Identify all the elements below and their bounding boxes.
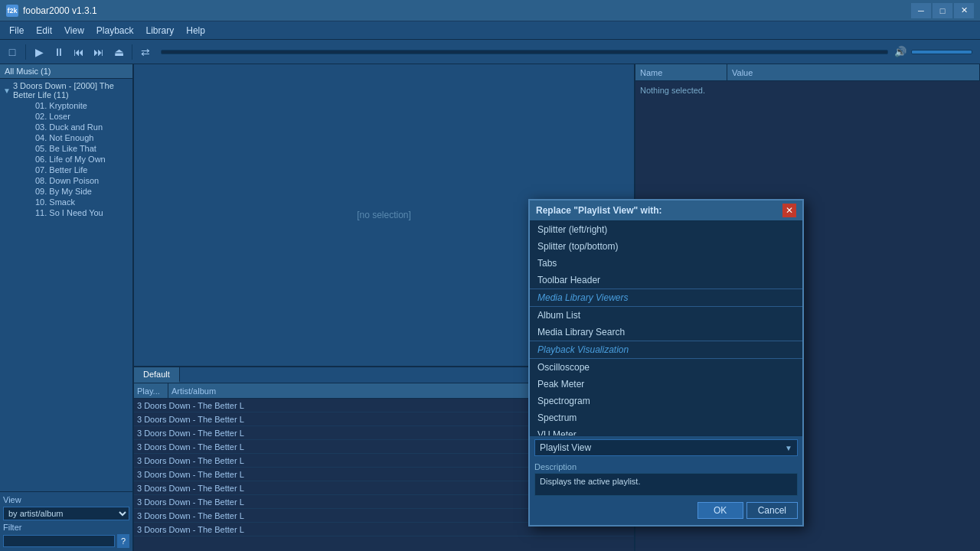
menu-file[interactable]: File — [3, 24, 30, 37]
toolbar-shuffle[interactable]: ⇄ — [136, 43, 155, 61]
volume-bar[interactable] — [911, 50, 972, 54]
playlist-tab-default[interactable]: Default — [134, 367, 180, 383]
dialog-body: Splitter (left/right) Splitter (top/bott… — [530, 221, 802, 525]
dialog-buttons: OK Cancel — [530, 502, 802, 525]
maximize-button[interactable]: □ — [933, 3, 952, 18]
toolbar-pause[interactable]: ⏸ — [50, 43, 68, 61]
list-item-toolbar-header[interactable]: Toolbar Header — [530, 272, 802, 289]
view-select[interactable]: by artist/album by album by genre by yea… — [3, 507, 129, 520]
nothing-selected-text: Nothing selected. — [640, 86, 705, 95]
selected-item-display[interactable]: Playlist View ▼ — [534, 439, 798, 456]
toolbar-sep-1 — [25, 44, 26, 60]
menu-help[interactable]: Help — [180, 24, 211, 37]
toolbar: □ ▶ ⏸ ⏮ ⏭ ⏏ ⇄ 🔊 — [0, 40, 980, 64]
cancel-button[interactable]: Cancel — [746, 502, 798, 519]
filter-row: ? — [3, 534, 129, 548]
list-item-vu-meter[interactable]: VU Meter — [530, 426, 802, 435]
toolbar-stop[interactable]: ⏏ — [109, 43, 128, 61]
app-icon: f2k — [6, 5, 18, 17]
dialog-title-bar: Replace "Playlist View" with: ✕ — [530, 201, 802, 221]
properties-header: Name Value — [635, 64, 980, 81]
track-05[interactable]: 05. Be Like That — [14, 143, 131, 154]
toolbar-play[interactable]: ▶ — [30, 43, 48, 61]
col-play: Play... — [134, 383, 168, 398]
filter-help-button[interactable]: ? — [117, 534, 129, 548]
library-bottom: View by artist/album by album by genre b… — [0, 491, 132, 551]
album-label: 3 Doors Down - [2000] The Better Life (1… — [13, 81, 129, 99]
main-layout: All Music (1) ▼ 3 Doors Down - [2000] Th… — [0, 64, 980, 551]
col-value: Value — [727, 64, 980, 80]
list-item-album-list[interactable]: Album List — [530, 307, 802, 324]
track-07[interactable]: 07. Better Life — [14, 165, 131, 175]
track-03[interactable]: 03. Duck and Run — [14, 122, 131, 132]
list-item-tabs[interactable]: Tabs — [530, 255, 802, 272]
track-10[interactable]: 10. Smack — [14, 197, 131, 207]
minimize-button[interactable]: ─ — [911, 3, 931, 18]
track-08[interactable]: 08. Down Poison — [14, 175, 131, 186]
track-group: 01. Kryptonite 02. Loser 03. Duck and Ru… — [2, 100, 131, 218]
menu-playback[interactable]: Playback — [90, 24, 140, 37]
menu-library[interactable]: Library — [140, 24, 181, 37]
track-11[interactable]: 11. So I Need You — [14, 207, 131, 218]
toolbar-open[interactable]: □ — [3, 43, 21, 61]
list-item-oscilloscope[interactable]: Oscilloscope — [530, 359, 802, 376]
dialog-title: Replace "Playlist View" with: — [536, 205, 662, 216]
track-01[interactable]: 01. Kryptonite — [14, 100, 131, 111]
list-item-media-library-search[interactable]: Media Library Search — [530, 324, 802, 341]
selected-item-text: Playlist View — [540, 442, 591, 453]
close-button[interactable]: ✕ — [954, 3, 974, 18]
toolbar-next[interactable]: ⏭ — [90, 43, 108, 61]
filter-input[interactable] — [3, 535, 115, 547]
description-label: Description — [534, 462, 798, 471]
track-09[interactable]: 09. By My Side — [14, 186, 131, 197]
toolbar-sep-2 — [132, 44, 132, 60]
album-expand-icon: ▼ — [3, 86, 11, 95]
track-04[interactable]: 04. Not Enough — [14, 132, 131, 143]
speaker-icon: 🔊 — [894, 46, 906, 57]
ok-button[interactable]: OK — [697, 502, 743, 519]
list-item-splitter-lr[interactable]: Splitter (left/right) — [530, 221, 802, 238]
dialog-close-button[interactable]: ✕ — [782, 204, 796, 217]
library-tree[interactable]: ▼ 3 Doors Down - [2000] The Better Life … — [0, 79, 132, 491]
app-title: foobar2000 v1.3.1 — [23, 5, 911, 16]
album-tree-item[interactable]: ▼ 3 Doors Down - [2000] The Better Life … — [2, 80, 131, 100]
library-header: All Music (1) — [0, 64, 132, 79]
replace-dialog: Replace "Playlist View" with: ✕ Splitter… — [528, 199, 804, 527]
dialog-description-area: Description Displays the active playlist… — [530, 459, 802, 502]
dropdown-arrow-icon: ▼ — [785, 444, 792, 452]
view-label: View — [3, 495, 129, 504]
progress-bar[interactable] — [161, 50, 888, 54]
title-bar: f2k foobar2000 v1.3.1 ─ □ ✕ — [0, 0, 980, 21]
menu-bar: File Edit View Playback Library Help — [0, 21, 980, 40]
section-playback-viz: Playback Visualization — [530, 341, 802, 359]
list-item-splitter-tb[interactable]: Splitter (top/bottom) — [530, 238, 802, 255]
filter-label: Filter — [3, 523, 129, 532]
menu-edit[interactable]: Edit — [30, 24, 58, 37]
description-text: Displays the active playlist. — [534, 473, 798, 496]
library-panel: All Music (1) ▼ 3 Doors Down - [2000] Th… — [0, 64, 134, 551]
col-name: Name — [635, 64, 727, 80]
section-media-library: Media Library Viewers — [530, 289, 802, 307]
list-item-spectrogram[interactable]: Spectrogram — [530, 393, 802, 409]
track-02[interactable]: 02. Loser — [14, 111, 131, 122]
list-item-peak-meter[interactable]: Peak Meter — [530, 376, 802, 393]
dialog-list[interactable]: Splitter (left/right) Splitter (top/bott… — [530, 221, 802, 435]
window-controls: ─ □ ✕ — [911, 3, 974, 18]
list-item-spectrum[interactable]: Spectrum — [530, 409, 802, 426]
dialog-footer: Playlist View ▼ — [530, 435, 802, 459]
track-06[interactable]: 06. Life of My Own — [14, 154, 131, 165]
toolbar-prev[interactable]: ⏮ — [70, 43, 88, 61]
no-selection-text: [no selection] — [357, 210, 411, 220]
menu-view[interactable]: View — [58, 24, 90, 37]
